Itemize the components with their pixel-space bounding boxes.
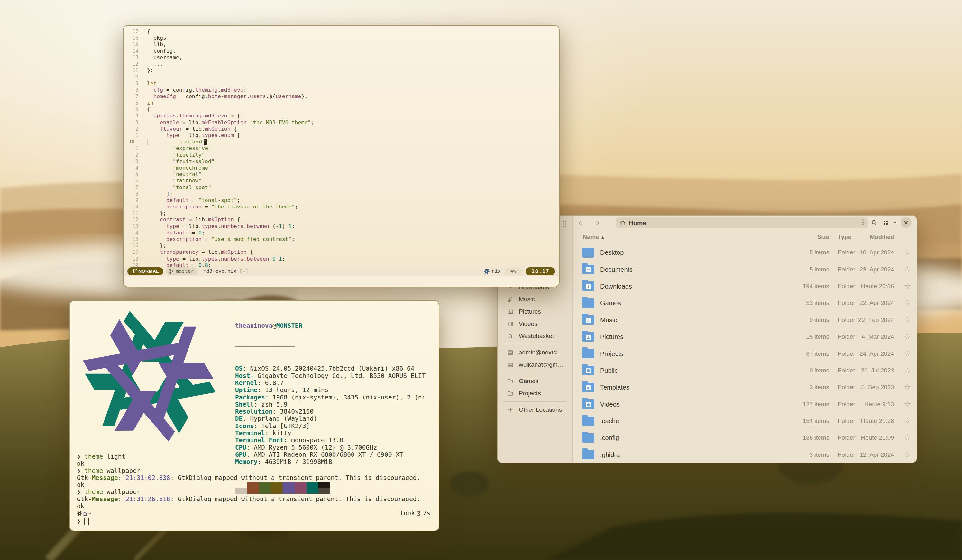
sidebar-item-wulkanat-gmail-com[interactable]: wulkanat@gmail.com bbox=[500, 359, 570, 371]
star-icon[interactable]: ☆ bbox=[904, 282, 911, 291]
folder-icon: ▲ bbox=[582, 332, 594, 342]
download-emblem-icon: ↓ bbox=[586, 284, 591, 289]
file-modified: 22. Apr 2024 bbox=[859, 299, 894, 307]
sidebar-item-wastebasket[interactable]: Wastebasket bbox=[500, 330, 570, 342]
server-icon bbox=[507, 349, 514, 356]
star-icon[interactable]: ☆ bbox=[904, 450, 911, 459]
fetch-line: Host: Gigabyte Technology Co., Ltd. B550… bbox=[235, 373, 426, 379]
palette-swatch bbox=[271, 482, 283, 488]
line-number: 10 bbox=[124, 203, 142, 210]
file-row--cache[interactable]: .cache 154 items Folder Heute 21:28 ☆ bbox=[573, 413, 917, 429]
sidebar-item-pictures[interactable]: Pictures bbox=[500, 305, 570, 318]
sidebar-item-videos[interactable]: Videos bbox=[500, 318, 570, 330]
file-type: Folder bbox=[838, 434, 855, 441]
column-header-size[interactable]: Size bbox=[817, 234, 829, 240]
sidebar-item-label: wulkanat@gmail.com bbox=[519, 361, 567, 368]
palette-swatch bbox=[318, 482, 330, 488]
file-row-templates[interactable]: ▪ Templates 3 items Folder 5. Sep 2023 ☆ bbox=[573, 379, 917, 395]
file-row-public[interactable]: ☻ Public 0 items Folder 20. Jul 2023 ☆ bbox=[573, 362, 917, 379]
column-header-type[interactable]: Type bbox=[838, 234, 851, 240]
star-icon[interactable]: ☆ bbox=[904, 366, 911, 375]
public-emblem-icon: ☻ bbox=[586, 368, 591, 373]
username: theaninova bbox=[235, 322, 273, 329]
close-button[interactable] bbox=[901, 217, 912, 228]
code-line: 9 default = "tonal-spot"; bbox=[124, 197, 559, 203]
fetch-value: : Gigabyte Technology Co., Ltd. B550 AOR… bbox=[250, 372, 426, 379]
line-number: 2 bbox=[124, 126, 142, 132]
code-line: 10 bbox=[124, 74, 559, 80]
star-icon[interactable]: ☆ bbox=[904, 265, 911, 274]
star-icon[interactable]: ☆ bbox=[904, 416, 911, 426]
file-row-documents[interactable]: ≡ Documents 5 items Folder 23. Apr 2024 … bbox=[573, 261, 917, 278]
palette-swatch bbox=[235, 488, 247, 494]
file-size: 15 items bbox=[806, 333, 829, 340]
line-number: 9 bbox=[124, 197, 142, 203]
column-header-modified[interactable]: Modified bbox=[870, 234, 894, 240]
code-area[interactable]: 17{16 pkgs,15 lib,14 config,13 username,… bbox=[124, 28, 559, 269]
git-branch-indicator: master bbox=[166, 267, 198, 275]
search-button[interactable] bbox=[869, 217, 880, 228]
star-icon[interactable]: ☆ bbox=[904, 400, 911, 409]
line-number: 18 bbox=[124, 139, 147, 145]
file-row-pictures[interactable]: ▲ Pictures 15 items Folder 4. Mär 2024 ☆ bbox=[573, 328, 917, 345]
code-line: 6in bbox=[124, 100, 559, 106]
sidebar-item-music[interactable]: Music bbox=[500, 293, 570, 305]
folder-icon: ☻ bbox=[582, 366, 594, 375]
file-row--ghidra[interactable]: .ghidra 3 items Folder 12. Apr 2024 ☆ bbox=[573, 447, 917, 463]
file-type: Folder bbox=[838, 350, 855, 357]
file-row-games[interactable]: Games 53 items Folder 22. Apr 2024 ☆ bbox=[573, 295, 917, 311]
file-row-videos[interactable]: ● Videos 127 items Folder Heute 9:13 ☆ bbox=[573, 396, 917, 413]
file-row-projects[interactable]: Projects 67 items Folder 24. Apr 2024 ☆ bbox=[573, 345, 917, 362]
prompt-char: ❯ bbox=[77, 518, 81, 525]
back-button[interactable] bbox=[575, 218, 586, 228]
forward-button[interactable] bbox=[592, 218, 604, 228]
address-bar[interactable]: Home bbox=[616, 218, 868, 228]
code-line: 2 flavour = lib.mkOption { bbox=[124, 126, 559, 132]
sidebar-item-projects[interactable]: Projects bbox=[500, 387, 570, 400]
code-line: 1 "expressive" bbox=[124, 145, 559, 152]
fetch-label: Shell bbox=[235, 401, 254, 408]
line-number: 7 bbox=[124, 93, 142, 100]
file-row--config[interactable]: .config 186 items Folder Heute 21:09 ☆ bbox=[573, 429, 917, 446]
file-row-desktop[interactable]: ···· Desktop 5 items Folder 10. Apr 2024… bbox=[573, 244, 917, 261]
terminal-prompt[interactable]: ❯ bbox=[77, 518, 430, 525]
code-line: 2 "fidelity" bbox=[124, 152, 559, 158]
fetch-value: : 6.8.7 bbox=[258, 379, 284, 387]
palette-swatch bbox=[247, 482, 259, 488]
star-icon[interactable]: ☆ bbox=[904, 433, 911, 442]
server-icon bbox=[507, 361, 514, 368]
fetch-line: Resolution: 3840×2160 bbox=[235, 408, 426, 415]
file-modified: 5. Sep 2023 bbox=[861, 384, 894, 391]
code-line: 8 ]; bbox=[124, 191, 559, 197]
pane-drag-handle-icon[interactable] bbox=[563, 220, 567, 229]
file-size: 5 items bbox=[810, 249, 829, 256]
grid-view-icon bbox=[883, 220, 889, 226]
view-toggle-button[interactable] bbox=[883, 219, 897, 226]
file-row-downloads[interactable]: ↓ Downloads 194 items Folder Heute 20:36… bbox=[573, 278, 917, 295]
file-type: Folder bbox=[838, 451, 855, 458]
sidebar-item-admin-nextcloud-theanin-[interactable]: admin@nextcloud.theanin… bbox=[500, 347, 570, 359]
code-line: 6 "rainbow" bbox=[124, 178, 559, 184]
sidebar-item-games[interactable]: Games bbox=[500, 375, 570, 387]
column-header-name[interactable]: Name ▴ bbox=[583, 234, 604, 240]
sidebar-item-other-locations[interactable]: Other Locations bbox=[500, 403, 570, 416]
star-icon[interactable]: ☆ bbox=[904, 248, 911, 257]
code-line: 14 default = 0; bbox=[124, 230, 559, 236]
terminal-output-line: Gtk-Message: 21:31:02.838: GtkDialog map… bbox=[77, 474, 430, 481]
star-icon[interactable]: ☆ bbox=[904, 332, 911, 341]
editor-commandline[interactable] bbox=[124, 276, 559, 287]
star-icon[interactable]: ☆ bbox=[904, 349, 911, 358]
palette-swatch bbox=[283, 482, 295, 488]
sidebar-item-label: Pictures bbox=[519, 308, 541, 315]
file-row-music[interactable]: ♪ Music 0 items Folder 22. Feb 2024 ☆ bbox=[573, 311, 917, 328]
star-icon[interactable]: ☆ bbox=[904, 383, 911, 392]
file-list: ···· Desktop 5 items Folder 10. Apr 2024… bbox=[573, 244, 917, 463]
file-modified: Heute 9:13 bbox=[864, 401, 894, 408]
palette-swatch bbox=[235, 482, 247, 488]
star-icon[interactable]: ☆ bbox=[904, 299, 911, 308]
path-menu-button[interactable] bbox=[862, 219, 864, 227]
line-number: 9 bbox=[124, 81, 142, 87]
palette-swatch bbox=[259, 488, 271, 494]
star-icon[interactable]: ☆ bbox=[904, 316, 911, 324]
sidebar-item-label: admin@nextcloud.theanin… bbox=[519, 349, 567, 356]
